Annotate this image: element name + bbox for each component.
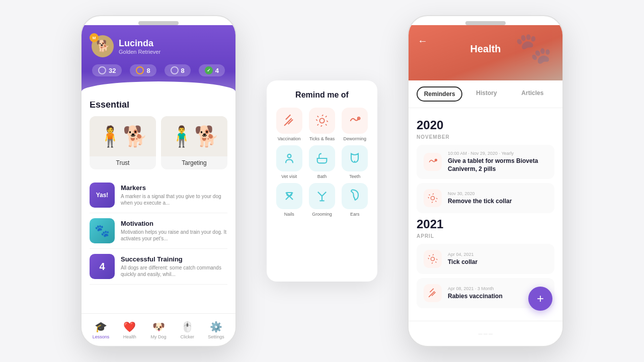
reminder-tick-collar-1[interactable]: Nov 30, 2020 Remove the tick collar [417, 183, 554, 213]
nails-svg [282, 189, 296, 203]
svg-line-23 [428, 197, 429, 198]
nails-label: Nails [284, 212, 294, 217]
tick-collar-1-info: Nov 30, 2020 Remove the tick collar [448, 191, 512, 206]
worms-text: Give a tablet for worms Bioveta Caniverm… [448, 157, 547, 173]
nails-icon-box [276, 183, 302, 209]
tab-history[interactable]: History [464, 86, 508, 102]
remind-panel: Remind me of Vaccination [267, 80, 377, 282]
lessons-icon: 🎓 [95, 321, 107, 333]
tab-articles[interactable]: Articles [511, 86, 554, 102]
remind-ticks[interactable]: Ticks & fleas [307, 108, 336, 141]
lesson-card-trust[interactable]: 🧍🐕 Trust [90, 116, 156, 169]
markers-desc: A marker is a signal that you give to yo… [121, 193, 227, 206]
stat-icon-check: ✓ [205, 66, 213, 74]
phone2-notch [465, 21, 506, 25]
list-item[interactable]: Yas! Markers A marker is a signal that y… [90, 177, 227, 213]
health-header: ← Health 🐾 [409, 25, 562, 80]
stat-empty: 8 [165, 64, 191, 76]
stat-check: ✓ 4 [199, 64, 225, 76]
ticks-icon-box [309, 108, 335, 134]
stat-total: 32 [92, 64, 122, 76]
remind-vaccination[interactable]: Vaccination [275, 108, 303, 141]
targeting-label: Targeting [161, 156, 227, 169]
nav-health[interactable]: ❤️ Health [115, 321, 144, 339]
list-item[interactable]: 🐾 Motivation Motivation helps you raise … [90, 213, 227, 249]
remind-teeth[interactable]: Teeth [341, 145, 369, 179]
svg-line-30 [428, 258, 429, 259]
tick-collar-2-info: Apr 04, 2021 Tick collar [448, 252, 477, 266]
settings-icon: ⚙️ [210, 321, 222, 333]
reminder-worms[interactable]: 10:00 AM · Nov 29, 2020 · Yearly Give a … [417, 145, 554, 179]
list-item[interactable]: 4 Successful Training All dogs are diffe… [90, 249, 227, 285]
stat-check-value: 4 [215, 67, 219, 74]
svg-line-4 [322, 115, 323, 116]
teeth-label: Teeth [349, 174, 360, 179]
fab-add-button[interactable]: + [528, 287, 552, 311]
svg-line-8 [317, 116, 318, 117]
tick-collar-2-icon [424, 250, 442, 268]
health-tabs: Reminders History Articles [409, 80, 562, 108]
svg-point-13 [287, 154, 291, 158]
markers-title: Markers [121, 184, 227, 192]
vaccination-label: Vaccination [278, 136, 301, 141]
remind-bath[interactable]: Bath [307, 145, 336, 179]
reminder-tick-collar-2[interactable]: Apr 04, 2021 Tick collar [417, 244, 554, 274]
training-title: Successful Training [121, 255, 227, 263]
rabies-svg [427, 288, 438, 299]
lesson-card-targeting[interactable]: 🧍‍♂️🐕 Targeting [161, 116, 227, 169]
svg-line-21 [433, 194, 434, 195]
health-bottom-bar: — — — [409, 321, 562, 346]
ticks-label: Ticks & fleas [309, 136, 335, 141]
stats-row: 32 8 8 ✓ 4 [92, 64, 225, 76]
remind-vet[interactable]: Vet visit [275, 145, 303, 179]
rabies-icon [424, 284, 442, 302]
user-details: Lucinda Golden Retriever [119, 38, 160, 55]
ears-label: Ears [350, 212, 360, 217]
nav-clicker[interactable]: 🖱️ Clicker [173, 321, 202, 339]
nav-lessons[interactable]: 🎓 Lessons [87, 321, 115, 339]
deworming-icon-box [342, 108, 368, 134]
year-2021: 2021 [417, 217, 554, 231]
tick-collar-1-time: Nov 30, 2020 [448, 191, 512, 196]
svg-point-3 [319, 118, 324, 123]
avatar-badge: M [90, 33, 99, 42]
worms-info: 10:00 AM · Nov 29, 2020 · Yearly Give a … [448, 151, 547, 173]
remind-title: Remind me of [295, 90, 349, 100]
worms-time: 10:00 AM · Nov 29, 2020 · Yearly [448, 151, 547, 156]
mydog-nav-label: My Dog [151, 334, 167, 339]
training-thumb-img: 4 [90, 254, 115, 279]
tick-collar-2-text: Tick collar [448, 258, 477, 266]
grooming-label: Grooming [312, 212, 332, 217]
markers-thumb: Yas! [90, 183, 115, 208]
lessons-content: Essential 🧍🐕 Trust 🧍‍♂️🐕 Targeting Yas! [82, 92, 235, 321]
nav-settings[interactable]: ⚙️ Settings [202, 321, 230, 339]
svg-line-28 [433, 254, 434, 255]
back-button[interactable]: ← [418, 35, 428, 47]
trust-label: Trust [90, 156, 156, 169]
phone-notch [138, 21, 179, 25]
tab-reminders[interactable]: Reminders [417, 86, 462, 102]
teeth-icon-box [342, 145, 368, 171]
training-desc: All dogs are different: some catch comma… [121, 264, 227, 278]
bath-icon-box [309, 145, 335, 171]
remind-grooming[interactable]: Grooming [307, 183, 336, 217]
month-november: NOVEMBER [417, 134, 554, 140]
nav-mydog[interactable]: 🐶 My Dog [144, 321, 173, 339]
bath-label: Bath [317, 174, 327, 179]
motivation-thumb-img: 🐾 [90, 218, 115, 243]
remind-deworming[interactable]: Deworming [341, 108, 369, 141]
rabies-time: Apr 08, 2021 · 3 Month [448, 286, 503, 291]
remind-nails[interactable]: Nails [275, 183, 303, 217]
header-decor: 🐾 [515, 30, 552, 66]
phone-lessons: M 🐕 Lucinda Golden Retriever 32 8 8 [80, 15, 236, 347]
remind-ears[interactable]: Ears [341, 183, 369, 217]
health-nav-indicator: — — — [478, 331, 493, 336]
fab-icon: + [537, 292, 544, 306]
clicker-nav-label: Clicker [180, 334, 194, 339]
svg-line-11 [317, 124, 318, 125]
lesson-cards: 🧍🐕 Trust 🧍‍♂️🐕 Targeting [90, 116, 227, 169]
svg-line-25 [429, 195, 430, 196]
motivation-desc: Motivation helps you raise and train you… [121, 229, 227, 242]
training-info: Successful Training All dogs are differe… [121, 255, 227, 278]
stat-icon-orange [136, 66, 144, 74]
